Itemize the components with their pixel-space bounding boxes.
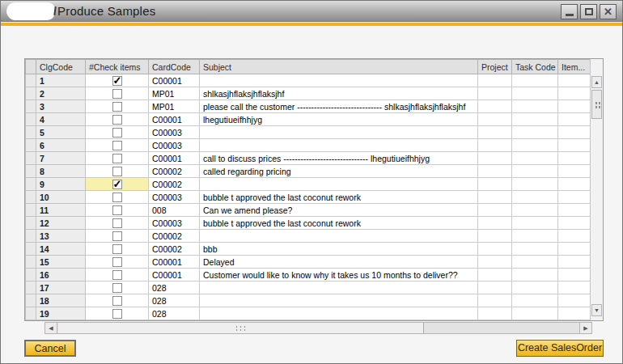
clgcode-cell[interactable]: 8 (36, 165, 86, 178)
cardcode-cell[interactable]: C00003 (149, 191, 200, 204)
project-cell[interactable] (478, 152, 512, 165)
clgcode-cell[interactable]: 10 (36, 191, 86, 204)
row-selector-cell[interactable] (26, 74, 36, 87)
item-cell[interactable] (558, 204, 591, 217)
task-code-cell[interactable] (512, 191, 558, 204)
task-code-cell[interactable] (512, 152, 558, 165)
check-items-cell[interactable] (86, 243, 149, 256)
check-items-cell[interactable] (86, 139, 149, 152)
row-selector-cell[interactable] (26, 204, 36, 217)
check-items-cell[interactable] (86, 217, 149, 230)
subject-cell[interactable]: bubble t approved the last coconut rewor… (200, 217, 478, 230)
row-selector-cell[interactable] (26, 243, 36, 256)
cardcode-cell[interactable]: 008 (149, 204, 200, 217)
horizontal-scroll-thumb[interactable] (58, 323, 424, 333)
check-items-cell[interactable] (86, 204, 149, 217)
subject-cell[interactable] (200, 178, 478, 191)
project-cell[interactable] (478, 217, 512, 230)
row-selector-cell[interactable] (26, 256, 36, 269)
check-items-cell[interactable] (86, 281, 149, 294)
check-items-cell[interactable] (86, 74, 149, 87)
task-code-cell[interactable] (512, 100, 558, 113)
item-cell[interactable] (558, 152, 591, 165)
check-items-checkbox[interactable] (112, 309, 122, 319)
check-items-cell[interactable] (86, 178, 149, 191)
check-items-checkbox[interactable] (112, 231, 122, 241)
cardcode-cell[interactable]: C00002 (149, 178, 200, 191)
check-items-checkbox[interactable] (112, 76, 122, 86)
project-cell[interactable] (478, 113, 512, 126)
task-code-cell[interactable] (512, 74, 558, 87)
cardcode-cell[interactable]: MP01 (149, 87, 200, 100)
subject-cell[interactable] (200, 230, 478, 243)
clgcode-cell[interactable]: 14 (36, 243, 86, 256)
clgcode-cell[interactable]: 9 (36, 178, 86, 191)
item-cell[interactable] (558, 294, 591, 307)
check-items-cell[interactable] (86, 165, 149, 178)
check-items-cell[interactable] (86, 152, 149, 165)
item-cell[interactable] (558, 230, 591, 243)
clgcode-cell[interactable]: 19 (36, 307, 86, 320)
item-cell[interactable] (558, 87, 591, 100)
project-cell[interactable] (478, 87, 512, 100)
check-items-cell[interactable] (86, 100, 149, 113)
row-selector-cell[interactable] (26, 126, 36, 139)
check-items-checkbox[interactable] (112, 154, 122, 163)
project-cell[interactable] (478, 191, 512, 204)
task-code-cell[interactable] (512, 178, 558, 191)
subject-cell[interactable]: Delayed (200, 256, 478, 269)
check-items-cell[interactable] (86, 113, 149, 126)
item-cell[interactable] (558, 191, 591, 204)
project-cell[interactable] (478, 294, 512, 307)
check-items-checkbox[interactable] (112, 180, 122, 189)
row-selector-cell[interactable] (26, 139, 36, 152)
clgcode-cell[interactable]: 13 (36, 230, 86, 243)
row-selector-cell[interactable] (26, 294, 36, 307)
cardcode-cell[interactable]: C00001 (149, 152, 200, 165)
check-items-checkbox[interactable] (112, 128, 122, 138)
clgcode-cell[interactable]: 5 (36, 126, 86, 139)
cardcode-cell[interactable]: C00003 (149, 217, 200, 230)
row-selector-cell[interactable] (26, 178, 36, 191)
item-cell[interactable] (558, 256, 591, 269)
check-items-checkbox[interactable] (112, 102, 122, 112)
row-selector-cell[interactable] (26, 307, 36, 320)
clgcode-cell[interactable]: 3 (36, 100, 86, 113)
item-cell[interactable] (558, 243, 591, 256)
subject-cell[interactable] (200, 281, 478, 294)
check-items-cell[interactable] (86, 126, 149, 139)
check-items-checkbox[interactable] (112, 115, 122, 125)
subject-cell[interactable]: Can we amend please? (200, 204, 478, 217)
item-cell[interactable] (558, 139, 591, 152)
clgcode-cell[interactable]: 1 (36, 74, 86, 87)
task-code-cell[interactable] (512, 217, 558, 230)
task-code-cell[interactable] (512, 113, 558, 126)
check-items-checkbox[interactable] (112, 193, 122, 202)
project-cell[interactable] (478, 139, 512, 152)
check-items-cell[interactable] (86, 307, 149, 320)
minimize-button[interactable] (561, 4, 578, 19)
cardcode-cell[interactable]: C00001 (149, 113, 200, 126)
clgcode-cell[interactable]: 17 (36, 281, 86, 294)
cardcode-cell[interactable]: 028 (149, 281, 200, 294)
cardcode-cell[interactable]: C00003 (149, 139, 200, 152)
subject-cell[interactable]: please call the customer ---------------… (200, 100, 478, 113)
clgcode-cell[interactable]: 4 (36, 113, 86, 126)
item-cell[interactable] (558, 307, 591, 320)
row-selector-cell[interactable] (26, 100, 36, 113)
task-code-cell[interactable] (512, 294, 558, 307)
vertical-scrollbar[interactable]: ▲ ▼ (590, 59, 603, 320)
scroll-down-button[interactable]: ▼ (591, 304, 602, 316)
row-selector-cell[interactable] (26, 217, 36, 230)
cardcode-cell[interactable]: MP01 (149, 100, 200, 113)
row-selector-cell[interactable] (26, 191, 36, 204)
scroll-up-button[interactable]: ▲ (591, 76, 602, 88)
row-selector-cell[interactable] (26, 113, 36, 126)
check-items-checkbox[interactable] (112, 167, 122, 176)
project-cell[interactable] (478, 281, 512, 294)
cardcode-cell[interactable]: C00003 (149, 126, 200, 139)
project-cell[interactable] (478, 307, 512, 320)
clgcode-cell[interactable]: 6 (36, 139, 86, 152)
subject-cell[interactable] (200, 307, 478, 320)
task-code-cell[interactable] (512, 281, 558, 294)
